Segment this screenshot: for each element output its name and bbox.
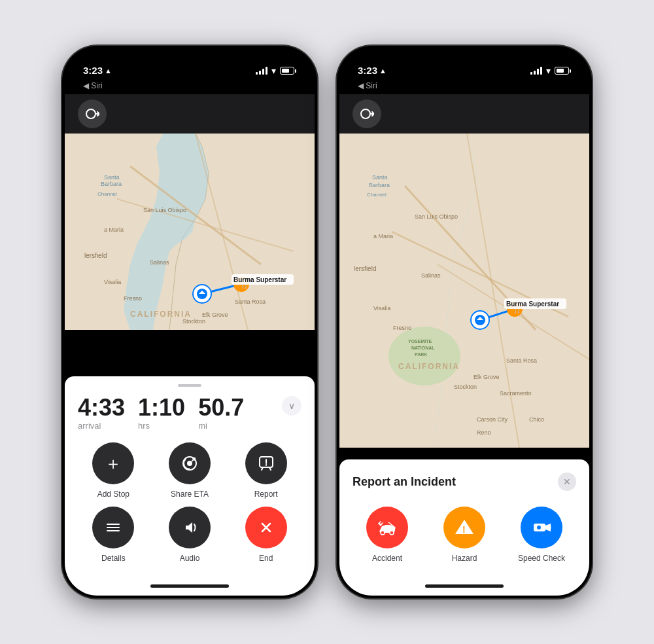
action-item-share-eta: Share ETA — [154, 442, 226, 499]
share-eta-icon — [181, 454, 199, 473]
action-item-end: End — [230, 507, 301, 563]
svg-text:Elk Grove: Elk Grove — [473, 374, 500, 380]
status-time-1: 3:23 ▲ — [83, 65, 112, 76]
end-label: End — [259, 554, 273, 563]
arrival-time: 4:33 — [78, 396, 125, 420]
svg-point-22 — [187, 461, 192, 466]
incident-item-accident: Accident — [353, 507, 422, 563]
wifi-icon-1: ▾ — [271, 65, 276, 76]
home-indicator-2 — [339, 576, 589, 596]
arrival-stat: 4:33 arrival — [78, 396, 125, 431]
svg-text:a Maria: a Maria — [373, 233, 393, 240]
accident-button[interactable] — [366, 507, 408, 548]
svg-text:Channel: Channel — [367, 192, 387, 198]
accident-label: Accident — [372, 554, 402, 563]
nav-stats-1: 4:33 arrival 1:10 hrs 50.7 mi ∨ — [78, 396, 301, 431]
incident-close-button[interactable]: ✕ — [558, 473, 576, 491]
home-indicator-1 — [65, 576, 315, 596]
report-icon — [257, 454, 275, 473]
details-icon — [104, 518, 122, 537]
action-grid-1: ＋ Add Stop — [78, 442, 301, 563]
svg-text:Santa: Santa — [372, 174, 388, 181]
notch-2 — [423, 48, 506, 71]
maps-header-1 — [65, 94, 315, 134]
svg-point-59 — [390, 531, 394, 535]
time-label-2: 3:23 — [358, 65, 377, 76]
svg-text:YOSEMITE: YOSEMITE — [408, 339, 432, 344]
incident-title: Report an Incident — [353, 475, 456, 489]
battery-icon-2 — [555, 67, 571, 75]
accident-icon — [375, 516, 399, 539]
add-stop-button[interactable]: ＋ — [92, 442, 134, 484]
carplay-btn-2[interactable] — [353, 99, 381, 128]
action-item-audio: Audio — [154, 507, 226, 563]
incident-sheet: Report an Incident ✕ — [339, 459, 589, 576]
time-label-1: 3:23 — [83, 65, 103, 76]
action-item-add-stop: ＋ Add Stop — [78, 442, 149, 499]
home-bar-1 — [150, 584, 229, 588]
svg-text:PARK: PARK — [415, 352, 427, 357]
distance-stat: 50.7 mi — [198, 396, 244, 431]
speed-check-label: Speed Check — [518, 554, 565, 563]
plus-icon: ＋ — [105, 452, 122, 475]
signal-icon-1 — [256, 67, 267, 75]
siri-label-1: ◀ Siri — [83, 81, 103, 90]
hazard-icon: ! — [453, 516, 476, 539]
incident-options: Accident ! Hazard — [353, 507, 576, 563]
siri-bar-1: ◀ Siri — [65, 81, 315, 94]
svg-text:Salinas: Salinas — [150, 259, 169, 266]
svg-text:Carson City: Carson City — [477, 416, 508, 423]
svg-text:San Luis Obispo: San Luis Obispo — [415, 213, 458, 220]
speed-check-icon — [530, 516, 553, 539]
svg-text:Visalia: Visalia — [104, 279, 121, 285]
close-icon: ✕ — [563, 476, 571, 487]
speed-check-button[interactable] — [521, 507, 562, 548]
svg-text:CALIFORNIA: CALIFORNIA — [398, 362, 460, 371]
svg-point-63 — [537, 526, 541, 529]
svg-text:lersfield: lersfield — [354, 265, 376, 272]
incident-header: Report an Incident ✕ — [353, 473, 576, 491]
status-icons-1: ▾ — [256, 65, 296, 76]
svg-text:Santa Rosa: Santa Rosa — [506, 357, 537, 364]
distance-label: mi — [198, 421, 244, 431]
svg-text:Fresno: Fresno — [393, 325, 411, 331]
svg-text:Fresno: Fresno — [124, 295, 142, 302]
maps-header-2 — [339, 94, 589, 134]
status-icons-2: ▾ — [530, 65, 571, 76]
svg-text:Burma Superstar: Burma Superstar — [233, 276, 286, 283]
details-button[interactable] — [92, 507, 134, 548]
svg-text:Barbara: Barbara — [101, 181, 122, 187]
carplay-btn-1[interactable] — [78, 99, 107, 128]
svg-point-0 — [86, 109, 95, 118]
audio-button[interactable] — [169, 507, 211, 548]
share-eta-label: Share ETA — [171, 490, 209, 499]
svg-text:!: ! — [462, 524, 466, 535]
svg-text:Chico: Chico — [529, 416, 544, 423]
svg-text:Burma Superstar: Burma Superstar — [506, 300, 559, 308]
report-button[interactable] — [245, 442, 287, 484]
signal-icon-2 — [530, 67, 542, 75]
svg-text:a Maria: a Maria — [104, 226, 124, 233]
nav-handle-1 — [178, 384, 201, 387]
svg-text:Salinas: Salinas — [421, 272, 441, 279]
svg-marker-62 — [545, 524, 551, 531]
audio-icon — [181, 518, 199, 537]
svg-text:Sacramento: Sacramento — [500, 390, 532, 397]
hazard-label: Hazard — [452, 554, 477, 563]
svg-text:CALIFORNIA: CALIFORNIA — [130, 310, 192, 319]
svg-text:lersfield: lersfield — [84, 252, 107, 259]
report-label: Report — [254, 490, 278, 499]
svg-text:Barbara: Barbara — [369, 182, 390, 188]
svg-text:Elk Grove: Elk Grove — [202, 312, 228, 318]
share-eta-button[interactable] — [169, 442, 211, 484]
siri-bar-2: ◀ Siri — [339, 81, 589, 94]
svg-point-58 — [381, 531, 385, 535]
incident-item-hazard: ! Hazard — [430, 507, 499, 563]
location-arrow-1: ▲ — [105, 67, 112, 75]
end-button[interactable] — [245, 507, 287, 548]
expand-btn[interactable]: ∨ — [282, 396, 301, 416]
svg-text:Santa Rosa: Santa Rosa — [235, 298, 266, 305]
duration-stat: 1:10 hrs — [138, 396, 185, 431]
hazard-button[interactable]: ! — [443, 507, 485, 548]
details-label: Details — [101, 554, 126, 563]
